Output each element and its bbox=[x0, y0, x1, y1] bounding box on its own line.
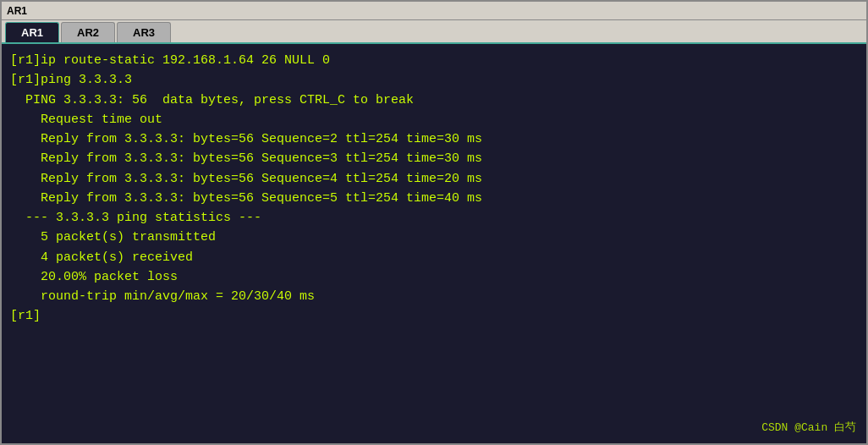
terminal-line: round-trip min/avg/max = 20/30/40 ms bbox=[10, 287, 858, 306]
tab-bar: AR1AR2AR3 bbox=[2, 20, 866, 44]
tab-ar1[interactable]: AR1 bbox=[5, 22, 59, 42]
terminal-line: --- 3.3.3.3 ping statistics --- bbox=[10, 208, 858, 228]
terminal-line: [r1] bbox=[10, 306, 858, 326]
terminal-line: Reply from 3.3.3.3: bytes=56 Sequence=5 … bbox=[10, 189, 858, 208]
terminal-line: [r1]ping 3.3.3.3 bbox=[10, 70, 858, 90]
terminal-line: Request time out bbox=[10, 110, 858, 129]
terminal-line: 5 packet(s) transmitted bbox=[10, 228, 858, 247]
title-bar: AR1 bbox=[2, 2, 866, 20]
terminal-line: 20.00% packet loss bbox=[10, 267, 858, 287]
tab-ar3[interactable]: AR3 bbox=[117, 22, 171, 42]
window-title: AR1 bbox=[7, 5, 27, 17]
terminal-line: Reply from 3.3.3.3: bytes=56 Sequence=2 … bbox=[10, 129, 858, 149]
terminal-line: Reply from 3.3.3.3: bytes=56 Sequence=4 … bbox=[10, 169, 858, 189]
terminal-line: 4 packet(s) received bbox=[10, 248, 858, 267]
tab-ar2[interactable]: AR2 bbox=[61, 22, 115, 42]
terminal-output[interactable]: [r1]ip route-static 192.168.1.64 26 NULL… bbox=[2, 44, 866, 443]
main-window: AR1 AR1AR2AR3 [r1]ip route-static 192.16… bbox=[0, 0, 868, 445]
terminal-line: Reply from 3.3.3.3: bytes=56 Sequence=3 … bbox=[10, 149, 858, 168]
watermark: CSDN @Cain 白芍 bbox=[761, 420, 856, 437]
terminal-line: [r1]ip route-static 192.168.1.64 26 NULL… bbox=[10, 51, 858, 70]
terminal-line: PING 3.3.3.3: 56 data bytes, press CTRL_… bbox=[10, 91, 858, 110]
